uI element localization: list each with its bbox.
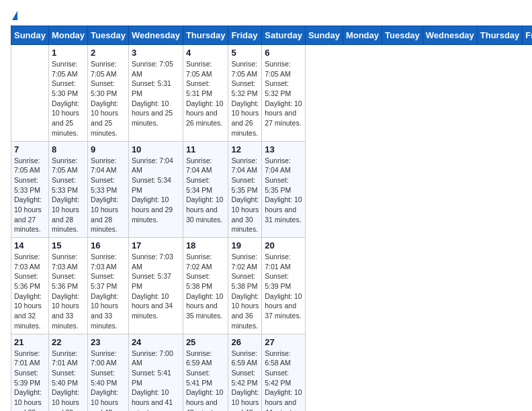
col-header-friday: Friday [523,26,532,45]
calendar-cell: 15Sunrise: 7:03 AMSunset: 5:36 PMDayligh… [48,238,87,334]
col-header-tuesday: Tuesday [88,26,129,45]
day-number: 8 [52,144,85,154]
col-header-thursday: Thursday [183,26,228,45]
calendar-week-3: 21Sunrise: 7:01 AMSunset: 5:39 PMDayligh… [11,334,533,411]
calendar-cell: 19Sunrise: 7:02 AMSunset: 5:38 PMDayligh… [228,238,262,334]
day-info: Sunrise: 7:03 AMSunset: 5:36 PMDaylight:… [52,252,85,331]
day-info: Sunrise: 7:04 AMSunset: 5:34 PMDaylight:… [132,156,180,225]
day-number: 17 [132,240,180,250]
day-info: Sunrise: 7:02 AMSunset: 5:38 PMDaylight:… [231,252,259,331]
day-number: 16 [91,240,126,250]
day-info: Sunrise: 7:05 AMSunset: 5:33 PMDaylight:… [14,156,46,235]
calendar-cell: 23Sunrise: 7:00 AMSunset: 5:40 PMDayligh… [88,334,129,411]
day-number: 24 [132,337,180,347]
day-number: 11 [186,144,226,154]
col-header-wednesday: Wednesday [423,26,477,45]
calendar-cell: 16Sunrise: 7:03 AMSunset: 5:37 PMDayligh… [88,238,129,334]
col-header-monday: Monday [343,26,382,45]
calendar-cell: 17Sunrise: 7:03 AMSunset: 5:37 PMDayligh… [128,238,183,334]
day-info: Sunrise: 7:03 AMSunset: 5:37 PMDaylight:… [132,252,180,321]
col-header-saturday: Saturday [262,26,306,45]
calendar-cell: 27Sunrise: 6:58 AMSunset: 5:42 PMDayligh… [262,334,306,411]
day-info: Sunrise: 7:02 AMSunset: 5:38 PMDaylight:… [186,252,226,321]
calendar-cell: 1Sunrise: 7:05 AMSunset: 5:30 PMDaylight… [48,45,87,142]
calendar-cell: 14Sunrise: 7:03 AMSunset: 5:36 PMDayligh… [11,238,49,334]
day-number: 15 [52,240,85,250]
col-header-tuesday: Tuesday [382,26,423,45]
day-info: Sunrise: 7:03 AMSunset: 5:36 PMDaylight:… [14,252,46,331]
day-number: 27 [265,337,302,347]
calendar-cell: 4Sunrise: 7:05 AMSunset: 5:31 PMDaylight… [183,45,228,142]
day-number: 21 [14,337,46,347]
day-info: Sunrise: 7:00 AMSunset: 5:41 PMDaylight:… [132,349,180,412]
day-number: 5 [231,48,259,58]
calendar-cell: 24Sunrise: 7:00 AMSunset: 5:41 PMDayligh… [128,334,183,411]
calendar-cell: 3Sunrise: 7:05 AMSunset: 5:31 PMDaylight… [128,45,183,142]
col-header-sunday: Sunday [305,26,343,45]
calendar-cell: 9Sunrise: 7:04 AMSunset: 5:33 PMDaylight… [88,141,129,238]
calendar-table: SundayMondayTuesdayWednesdayThursdayFrid… [11,26,532,411]
calendar-week-1: 7Sunrise: 7:05 AMSunset: 5:33 PMDaylight… [11,141,533,238]
day-info: Sunrise: 7:04 AMSunset: 5:35 PMDaylight:… [231,156,259,235]
calendar-week-2: 14Sunrise: 7:03 AMSunset: 5:36 PMDayligh… [11,238,533,334]
col-header-friday: Friday [228,26,262,45]
day-info: Sunrise: 7:05 AMSunset: 5:31 PMDaylight:… [132,59,180,128]
day-number: 9 [91,144,126,154]
day-info: Sunrise: 7:04 AMSunset: 5:33 PMDaylight:… [91,156,126,235]
day-info: Sunrise: 7:01 AMSunset: 5:39 PMDaylight:… [265,252,302,321]
day-number: 6 [265,48,302,58]
day-number: 23 [91,337,126,347]
day-info: Sunrise: 7:00 AMSunset: 5:40 PMDaylight:… [91,349,126,412]
col-header-thursday: Thursday [477,26,523,45]
day-info: Sunrise: 7:01 AMSunset: 5:40 PMDaylight:… [52,349,85,412]
logo-triangle-icon [12,11,17,20]
day-number: 4 [186,48,226,58]
day-info: Sunrise: 7:05 AMSunset: 5:33 PMDaylight:… [52,156,85,235]
day-number: 3 [132,48,180,58]
day-number: 10 [132,144,180,154]
col-header-sunday: Sunday [11,26,49,45]
calendar-cell: 18Sunrise: 7:02 AMSunset: 5:38 PMDayligh… [183,238,228,334]
day-info: Sunrise: 7:04 AMSunset: 5:34 PMDaylight:… [186,156,226,225]
col-header-wednesday: Wednesday [128,26,183,45]
day-info: Sunrise: 7:05 AMSunset: 5:31 PMDaylight:… [186,59,226,128]
day-number: 20 [265,240,302,250]
day-info: Sunrise: 7:01 AMSunset: 5:39 PMDaylight:… [14,349,46,412]
day-number: 12 [231,144,259,154]
calendar-cell: 11Sunrise: 7:04 AMSunset: 5:34 PMDayligh… [183,141,228,238]
calendar-cell: 21Sunrise: 7:01 AMSunset: 5:39 PMDayligh… [11,334,49,411]
calendar-cell: 20Sunrise: 7:01 AMSunset: 5:39 PMDayligh… [262,238,306,334]
day-info: Sunrise: 7:05 AMSunset: 5:30 PMDaylight:… [52,59,85,138]
calendar-cell: 8Sunrise: 7:05 AMSunset: 5:33 PMDaylight… [48,141,87,238]
day-number: 25 [186,337,226,347]
day-info: Sunrise: 6:59 AMSunset: 5:41 PMDaylight:… [186,349,226,412]
day-info: Sunrise: 7:03 AMSunset: 5:37 PMDaylight:… [91,252,126,331]
day-number: 13 [265,144,302,154]
calendar-cell: 22Sunrise: 7:01 AMSunset: 5:40 PMDayligh… [48,334,87,411]
day-number: 18 [186,240,226,250]
calendar-cell: 10Sunrise: 7:04 AMSunset: 5:34 PMDayligh… [128,141,183,238]
calendar-cell: 2Sunrise: 7:05 AMSunset: 5:30 PMDaylight… [88,45,129,142]
day-number: 19 [231,240,259,250]
page-header [11,11,521,20]
day-number: 22 [52,337,85,347]
calendar-week-0: 1Sunrise: 7:05 AMSunset: 5:30 PMDaylight… [11,45,533,142]
logo [11,11,17,20]
calendar-header-row: SundayMondayTuesdayWednesdayThursdayFrid… [11,26,533,45]
day-number: 14 [14,240,46,250]
calendar-cell: 25Sunrise: 6:59 AMSunset: 5:41 PMDayligh… [183,334,228,411]
day-number: 2 [91,48,126,58]
day-info: Sunrise: 6:59 AMSunset: 5:42 PMDaylight:… [231,349,259,412]
day-info: Sunrise: 7:04 AMSunset: 5:35 PMDaylight:… [265,156,302,225]
day-number: 7 [14,144,46,154]
calendar-cell: 26Sunrise: 6:59 AMSunset: 5:42 PMDayligh… [228,334,262,411]
day-info: Sunrise: 7:05 AMSunset: 5:32 PMDaylight:… [231,59,259,138]
calendar-cell: 7Sunrise: 7:05 AMSunset: 5:33 PMDaylight… [11,141,49,238]
day-info: Sunrise: 6:58 AMSunset: 5:42 PMDaylight:… [265,349,302,412]
calendar-cell: 6Sunrise: 7:05 AMSunset: 5:32 PMDaylight… [262,45,306,142]
day-number: 1 [52,48,85,58]
calendar-cell: 12Sunrise: 7:04 AMSunset: 5:35 PMDayligh… [228,141,262,238]
day-info: Sunrise: 7:05 AMSunset: 5:30 PMDaylight:… [91,59,126,138]
day-info: Sunrise: 7:05 AMSunset: 5:32 PMDaylight:… [265,59,302,128]
col-header-monday: Monday [48,26,87,45]
